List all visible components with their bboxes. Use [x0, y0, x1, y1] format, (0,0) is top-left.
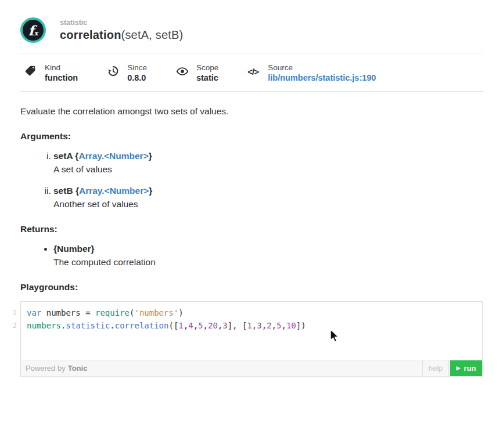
source-link[interactable]: lib/numbers/statistic.js:190	[268, 73, 376, 82]
meta-row: Kind function Since 0.8.0 Scope static <	[20, 53, 483, 91]
scope-label: Scope	[196, 63, 218, 72]
return-type: {Number}	[53, 244, 95, 254]
code-brackets-icon: </>	[247, 63, 260, 82]
playground-box: var numbers = require('numbers')numbers.…	[20, 301, 483, 377]
argument-item: setB {Array.<Number>} Another set of val…	[53, 186, 483, 209]
page-title: correlation(setA, setB)	[60, 28, 183, 42]
function-description: Evaluate the correlation amongst two set…	[20, 106, 483, 117]
kind-value: function	[45, 73, 78, 82]
scope-value: static	[196, 73, 218, 82]
history-icon	[107, 63, 120, 82]
tag-icon	[24, 63, 37, 82]
help-link[interactable]: help	[422, 360, 449, 376]
argument-name: setA	[53, 151, 73, 161]
fx-logo-f: f	[28, 23, 34, 38]
header-text: statistic correlation(setA, setB)	[60, 19, 183, 42]
argument-description: Another set of values	[53, 199, 483, 209]
powered-by-text: Powered by	[26, 364, 66, 373]
code-line: var numbers = require('numbers')	[27, 306, 476, 319]
playground-footer: Powered by Tonic help ▶ run	[21, 360, 482, 376]
return-item: {Number} The computed correlation	[53, 244, 483, 268]
code-line: numbers.statistic.correlation([1,4,5,20,…	[27, 319, 476, 332]
fx-logo-icon: fx	[20, 17, 46, 43]
meta-since: Since 0.8.0	[107, 63, 147, 82]
function-name: correlation	[60, 28, 121, 41]
meta-divider	[20, 91, 483, 92]
argument-name: setB	[53, 186, 73, 196]
module-kicker: statistic	[60, 19, 183, 27]
fx-logo-x: x	[34, 30, 38, 37]
type-brace-open: {	[73, 186, 79, 196]
meta-kind: Kind function	[24, 63, 78, 82]
run-button[interactable]: ▶ run	[450, 360, 482, 376]
type-brace-open: {	[73, 151, 78, 161]
argument-type-link: Array.<Number>	[79, 186, 149, 196]
returns-list: {Number} The computed correlation	[20, 244, 483, 268]
argument-item: setA {Array.<Number>} A set of values	[53, 151, 483, 175]
since-value: 0.8.0	[127, 73, 147, 82]
tonic-brand-link[interactable]: Tonic	[68, 364, 88, 373]
argument-type-link: Array.<Number>	[78, 151, 148, 161]
code-playground: 12 var numbers = require('numbers')numbe…	[20, 301, 483, 377]
code-editor[interactable]: var numbers = require('numbers')numbers.…	[21, 302, 482, 360]
eye-icon	[176, 63, 189, 82]
meta-source: </> Source lib/numbers/statistic.js:190	[247, 63, 376, 82]
argument-description: A set of values	[53, 164, 483, 175]
line-number: 2	[9, 319, 17, 332]
doc-page: fx statistic correlation(setA, setB) Kin…	[0, 0, 503, 377]
arguments-heading: Arguments:	[20, 131, 483, 142]
kind-label: Kind	[45, 63, 78, 72]
playgrounds-heading: Playgrounds:	[20, 282, 483, 292]
play-icon: ▶	[457, 366, 461, 371]
type-brace-close: }	[149, 186, 152, 196]
run-button-label: run	[464, 364, 476, 373]
function-signature-args: (setA, setB)	[121, 28, 184, 41]
since-label: Since	[127, 63, 147, 72]
function-header: fx statistic correlation(setA, setB)	[20, 17, 483, 43]
powered-by: Powered by Tonic	[21, 360, 422, 376]
type-brace-close: }	[149, 151, 152, 161]
returns-heading: Returns:	[20, 224, 483, 234]
line-number: 1	[9, 306, 17, 319]
arguments-list: setA {Array.<Number>} A set of values se…	[20, 151, 483, 209]
meta-scope: Scope static	[176, 63, 218, 82]
line-number-gutter: 12	[9, 306, 17, 332]
source-label: Source	[268, 63, 376, 72]
return-description: The computed correlation	[53, 257, 483, 268]
